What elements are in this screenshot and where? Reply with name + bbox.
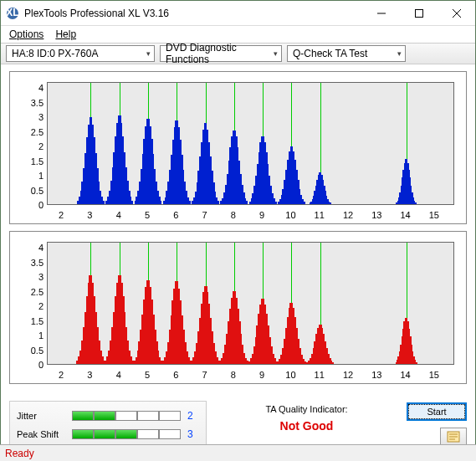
- menu-help[interactable]: Help: [50, 27, 81, 42]
- notes-button[interactable]: [440, 428, 467, 446]
- start-button[interactable]: Start: [407, 402, 467, 421]
- metrics-panel: Jitter 2 Peak Shift 3: [9, 401, 207, 449]
- jitter-blocks: [72, 411, 181, 421]
- chart-top: 43.532.521.510.5023456789101112131415: [9, 71, 467, 224]
- svg-text:XL: XL: [6, 7, 18, 18]
- statusbar: Ready: [0, 444, 476, 461]
- peak-shift-label: Peak Shift: [17, 429, 65, 439]
- app-icon: XL: [6, 7, 19, 20]
- status-text: Ready: [5, 448, 34, 459]
- window-title: PlexTools Professional XL V3.16: [24, 8, 362, 19]
- titlebar: XL PlexTools Professional XL V3.16: [1, 1, 475, 26]
- peak-blocks: [72, 429, 181, 439]
- jitter-label: Jitter: [17, 411, 65, 421]
- jitter-value: 2: [187, 410, 199, 422]
- quality-label: TA Quality Indicator:: [222, 404, 392, 414]
- minimize-button[interactable]: [362, 1, 400, 25]
- maximize-button[interactable]: [400, 1, 438, 25]
- category-select[interactable]: DVD Diagnostic Functions▾: [160, 45, 282, 62]
- chevron-down-icon: ▾: [274, 49, 278, 58]
- menu-options[interactable]: Options: [4, 27, 49, 42]
- quality-indicator: TA Quality Indicator: Not Good: [222, 401, 392, 433]
- quality-value: Not Good: [222, 419, 392, 433]
- close-button[interactable]: [438, 1, 475, 25]
- test-select[interactable]: Q-Check TA Test▾: [287, 45, 406, 62]
- drive-select[interactable]: HA:8 ID:0 PX-760A▾: [6, 45, 155, 62]
- peak-shift-value: 3: [187, 428, 199, 440]
- menubar: Options Help: [1, 26, 475, 43]
- svg-rect-3: [415, 9, 422, 17]
- notes-icon: [447, 431, 460, 443]
- chevron-down-icon: ▾: [146, 49, 151, 58]
- chart-bottom: 43.532.521.510.5023456789101112131415: [9, 231, 467, 384]
- chevron-down-icon: ▾: [397, 49, 402, 58]
- toolbar: HA:8 ID:0 PX-760A▾ DVD Diagnostic Functi…: [1, 43, 475, 64]
